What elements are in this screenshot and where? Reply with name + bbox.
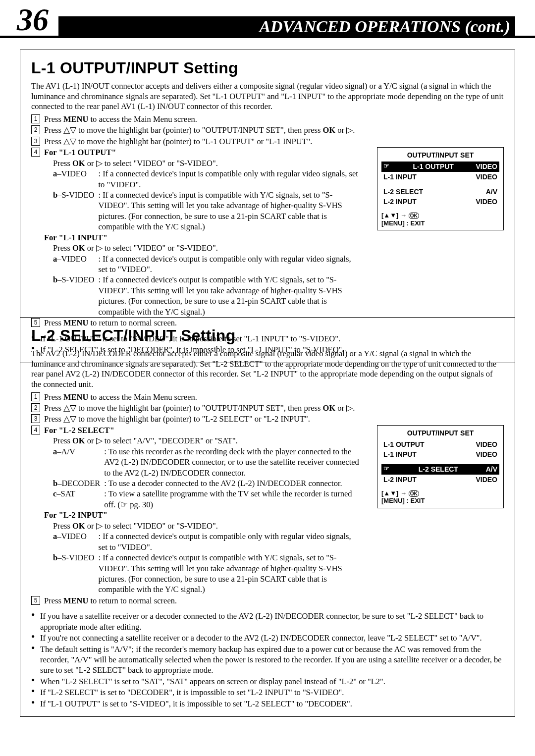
osd-label: L-2 INPUT (383, 475, 417, 484)
osd-row-l2-input: L-2 INPUT VIDEO (381, 197, 499, 207)
page-number: 36 (17, 4, 49, 36)
osd-label: L-1 INPUT (383, 172, 417, 181)
note: The default setting is "A/V"; if the rec… (31, 644, 504, 676)
osd-value: A/V (486, 187, 497, 196)
l1-output-heading: For "L-1 OUTPUT" (44, 148, 116, 157)
osd-row-l2-input: L-2 INPUT VIDEO (381, 475, 499, 485)
osd-label: L-1 OUTPUT (383, 440, 424, 449)
step-4: 4 For "L-1 OUTPUT" Press OK or ▷ to sele… (31, 147, 504, 317)
osd-label: L-1 OUTPUT (413, 162, 453, 171)
section-l1: L-1 OUTPUT/INPUT Setting The AV1 (L-1) I… (20, 50, 515, 363)
l1-input-a: If a connected device's output is compat… (97, 254, 362, 275)
l2-select-c: To view a satellite programme with the T… (103, 488, 362, 510)
section-l1-title: L-1 OUTPUT/INPUT Setting (31, 59, 504, 77)
section-l2-steps: 1 Press MENU to access the Main Menu scr… (31, 392, 504, 606)
osd-value: VIDEO (476, 197, 497, 206)
section-l1-steps: 1 Press MENU to access the Main Menu scr… (31, 114, 504, 328)
osd-label: L-1 INPUT (383, 450, 417, 459)
l1-input-heading: For "L-1 INPUT" (44, 233, 107, 242)
l1-output-b: If a connected device's input is compati… (97, 190, 362, 232)
page-title: ADVANCED OPERATIONS (cont.) (58, 16, 515, 38)
section-l2: L-2 SELECT/INPUT Setting The AV2 (L-2) I… (20, 317, 515, 717)
l2-input-heading: For "L-2 INPUT" (44, 510, 107, 520)
l2-input-a: If a connected device's output is compat… (97, 531, 362, 552)
step-4: 4 For "L-2 SELECT" Press OK or ▷ to sele… (31, 425, 504, 595)
l2-select-b: To use a decoder connected to the AV2 (L… (103, 478, 362, 488)
note: If you're not connecting a satellite rec… (31, 633, 504, 643)
osd-footer: [▲▼] → OK [MENU] : EXIT (381, 489, 499, 505)
osd-row-l1-input: L-1 INPUT VIDEO (381, 449, 499, 459)
step-2: 2 Press △▽ to move the highlight bar (po… (31, 125, 504, 135)
osd-panel-l2: OUTPUT/INPUT SET L-1 OUTPUT VIDEO L-1 IN… (377, 425, 504, 508)
note: If "L-2 SELECT" is set to "DECODER", it … (31, 687, 504, 698)
section-l2-title: L-2 SELECT/INPUT Setting (31, 326, 504, 345)
osd-value: VIDEO (476, 440, 497, 449)
osd-value: A/V (486, 465, 497, 474)
osd-panel-l1: OUTPUT/INPUT SET L-1 OUTPUT VIDEO L-1 IN… (377, 147, 504, 230)
osd-value: VIDEO (476, 172, 497, 181)
osd-title: OUTPUT/INPUT SET (381, 151, 499, 160)
osd-row-l1-input: L-1 INPUT VIDEO (381, 172, 499, 182)
l1-output-a: If a connected device's input is compati… (97, 168, 362, 190)
osd-footer-exit: [MENU] : EXIT (381, 219, 425, 227)
l2-input-b: If a connected device's output is compat… (97, 552, 362, 595)
l1-input-b: If a connected device's output is compat… (97, 274, 362, 317)
section-l2-intro: The AV2 (L-2) IN/DECODER connector accep… (31, 349, 504, 390)
osd-row-l1-output: L-1 OUTPUT VIDEO (381, 162, 499, 171)
osd-label: L-2 SELECT (383, 187, 423, 196)
section-l2-notes: If you have a satellite receiver or a de… (31, 611, 504, 709)
l2-select-a: To use this recorder as the recording de… (103, 446, 362, 478)
note: When "L-2 SELECT" is set to "SAT", "SAT"… (31, 676, 504, 687)
osd-row-l2-select: L-2 SELECT A/V (381, 464, 499, 474)
note: If you have a satellite receiver or a de… (31, 611, 504, 632)
l2-select-heading: For "L-2 SELECT" (44, 426, 114, 435)
osd-label: L-2 INPUT (383, 197, 417, 206)
page-header: 36 ADVANCED OPERATIONS (cont.) (0, 0, 535, 38)
step-5: 5 Press MENU to return to normal screen. (31, 595, 504, 606)
step-1: 1 Press MENU to access the Main Menu scr… (31, 114, 504, 124)
step-3: 3 Press △▽ to move the highlight bar (po… (31, 136, 504, 147)
osd-value: VIDEO (476, 475, 497, 484)
osd-label: L-2 SELECT (419, 465, 458, 474)
osd-value: VIDEO (476, 450, 497, 459)
note: If "L-1 OUTPUT" is set to "S-VIDEO", it … (31, 699, 504, 709)
step-3: 3 Press △▽ to move the highlight bar (po… (31, 414, 504, 424)
osd-row-l1-output: L-1 OUTPUT VIDEO (381, 439, 499, 449)
osd-footer-exit: [MENU] : EXIT (381, 497, 425, 504)
step-2: 2 Press △▽ to move the highlight bar (po… (31, 403, 504, 413)
osd-value: VIDEO (476, 162, 497, 171)
step-1: 1 Press MENU to access the Main Menu scr… (31, 392, 504, 402)
osd-footer: [▲▼] → OK [MENU] : EXIT (381, 212, 499, 227)
osd-row-l2-select: L-2 SELECT A/V (381, 187, 499, 197)
osd-title: OUTPUT/INPUT SET (381, 429, 499, 437)
section-l1-intro: The AV1 (L-1) IN/OUT connector accepts a… (31, 81, 504, 112)
